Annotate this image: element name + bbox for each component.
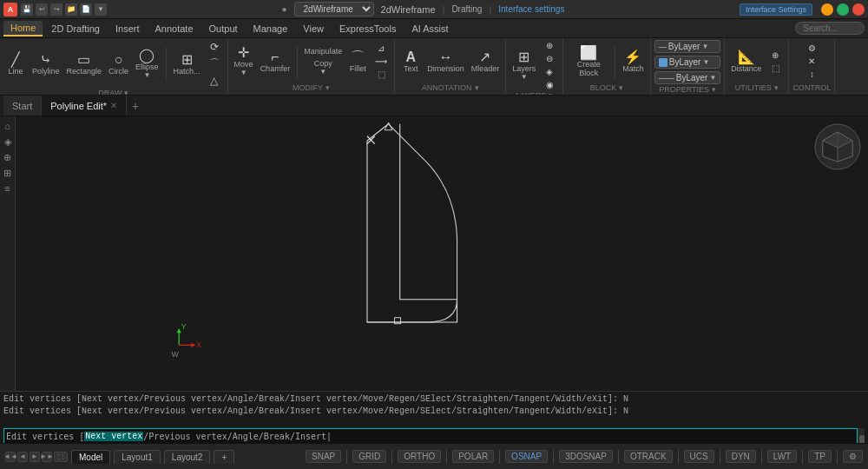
draw-label: DRAW ▾: [3, 88, 224, 96]
btn-mod-3[interactable]: ⬚: [372, 69, 391, 80]
maximize-btn[interactable]: [837, 3, 849, 16]
btn-util-2[interactable]: ⬚: [766, 63, 785, 74]
nav-expresstools[interactable]: ExpressTools: [332, 22, 403, 36]
btn-mleader[interactable]: ↗ Mleader: [469, 49, 503, 75]
canvas-area[interactable]: Y X W: [16, 116, 868, 391]
add-tab-btn[interactable]: +: [127, 97, 144, 115]
status-tp[interactable]: TP: [808, 450, 832, 463]
quick-access-undo[interactable]: ↩: [36, 3, 48, 16]
btn-layer-2[interactable]: ⊖: [540, 53, 559, 64]
sidebar-tool-1[interactable]: ◈: [2, 135, 14, 148]
nav-model[interactable]: ⬚: [54, 452, 68, 462]
btn-layer-1[interactable]: ⊕: [540, 40, 559, 51]
btn-create-block[interactable]: ⬜ CreateBlock: [567, 44, 610, 79]
status-polar[interactable]: POLAR: [452, 450, 494, 463]
sidebar-tool-2[interactable]: ⊕: [2, 151, 14, 163]
nav-aiassist[interactable]: AI Assist: [404, 22, 455, 36]
btn-layer-3[interactable]: ◈: [540, 66, 559, 77]
title-icons: 💾 ↩ ↪ 📁 📄 ▼: [21, 3, 107, 16]
nav-home[interactable]: Home: [3, 21, 43, 36]
status-dyn[interactable]: DYN: [726, 450, 756, 463]
status-otrack[interactable]: OTRACK: [624, 450, 673, 463]
color-dropdown[interactable]: ByLayer ▼: [654, 56, 721, 69]
btn-line[interactable]: ╱ Line: [3, 51, 28, 77]
btn-ellipse[interactable]: ◯ Ellipse ▼: [133, 47, 161, 81]
nav-last[interactable]: ►►: [42, 452, 52, 462]
quick-access-new[interactable]: 📄: [80, 3, 92, 16]
btn-mod-2[interactable]: ⟿: [372, 56, 391, 67]
status-3dosnap[interactable]: 3DOSNAP: [559, 450, 613, 463]
minimize-btn[interactable]: [821, 3, 833, 16]
nav-insert[interactable]: Insert: [108, 22, 147, 36]
btn-manipulate[interactable]: Manipulate: [302, 46, 344, 56]
nav-manage[interactable]: Manage: [247, 22, 295, 36]
sidebar-tool-3[interactable]: ⊞: [2, 167, 14, 179]
status-ortho[interactable]: ORTHO: [398, 450, 441, 463]
btn-ctrl-2[interactable]: ✕: [802, 56, 821, 67]
btn-layer-4[interactable]: ◉: [540, 79, 559, 90]
status-ucs[interactable]: UCS: [684, 450, 714, 463]
view-mode-select[interactable]: 2dWireframe: [294, 2, 374, 17]
btn-draw-3[interactable]: △: [205, 74, 224, 88]
sidebar-home-icon[interactable]: ⌂: [2, 120, 14, 132]
btn-rectangle[interactable]: ▭ Rectangle: [64, 51, 105, 77]
sidebar-tool-4[interactable]: ≡: [2, 182, 14, 195]
console-scrollbar[interactable]: [858, 428, 865, 443]
console-input-row[interactable]: Edit vertices [ Next vertex /Previous ve…: [3, 428, 858, 443]
modify-label: MODIFY ▾: [232, 83, 391, 93]
btn-util-1[interactable]: ⊕: [766, 50, 785, 61]
layer-dropdown[interactable]: ― ByLayer ▼: [654, 40, 721, 53]
btn-layers-panel[interactable]: ⊞ Layers ▼: [510, 49, 538, 83]
quick-access-redo[interactable]: ↪: [50, 3, 62, 16]
nav-output[interactable]: Output: [202, 22, 245, 36]
btn-dimension[interactable]: ↔ Dimension: [424, 49, 467, 75]
layout-1[interactable]: Layout1: [114, 450, 161, 464]
interface-settings-link[interactable]: Interface settings: [498, 4, 564, 14]
btn-polyline[interactable]: ⤷ Polyline: [30, 51, 62, 77]
btn-ctrl-1[interactable]: ⚙: [802, 43, 821, 54]
btn-mod-1[interactable]: ⊿: [372, 43, 391, 54]
sep-6: [618, 450, 619, 464]
nav-annotate[interactable]: Annotate: [148, 22, 201, 36]
lineweight-dropdown[interactable]: —— ByLayer ▼: [654, 71, 721, 84]
nav-prev[interactable]: ◄: [17, 452, 28, 462]
interface-btn[interactable]: Interface Settings: [740, 3, 812, 16]
btn-chamfer[interactable]: ⌐ Chamfer: [258, 49, 293, 75]
btn-match[interactable]: ⚡ Match: [620, 49, 647, 75]
btn-hatch[interactable]: ⊞ Hatch...: [171, 51, 203, 77]
status-osnap[interactable]: OSNAP: [505, 450, 548, 463]
btn-draw-1[interactable]: ⟳: [205, 40, 224, 54]
console-input-rest: /Previous vertex/Angle/Break/Insert: [143, 432, 326, 441]
nav-2ddrafting[interactable]: 2D Drafting: [44, 22, 107, 36]
btn-copy[interactable]: Copy ▼: [302, 58, 344, 76]
quick-access-save[interactable]: 💾: [21, 3, 33, 16]
nav-view[interactable]: View: [296, 22, 331, 36]
status-lwt[interactable]: LWT: [767, 450, 797, 463]
tab-polyline-edit[interactable]: Polyline Edit* ✕: [42, 96, 127, 116]
tab-start[interactable]: Start: [3, 96, 42, 116]
btn-circle[interactable]: ○ Circle: [106, 51, 131, 77]
layout-add[interactable]: +: [214, 450, 234, 464]
circle-icon: ○: [115, 53, 123, 67]
status-snap[interactable]: SNAP: [306, 450, 341, 463]
layers-inner: ⊞ Layers ▼ ⊕ ⊖ ◈ ◉: [510, 40, 559, 90]
status-grid[interactable]: GRID: [352, 450, 386, 463]
layout-model[interactable]: Model: [71, 450, 110, 464]
viewcube[interactable]: [814, 123, 861, 170]
quick-access-open[interactable]: 📁: [65, 3, 77, 16]
nav-first[interactable]: ◄◄: [5, 452, 16, 462]
status-gear[interactable]: ⚙: [843, 450, 863, 463]
btn-text[interactable]: A Text: [398, 49, 423, 75]
layout-2[interactable]: Layout2: [164, 450, 211, 464]
ribbon-search[interactable]: [795, 22, 865, 35]
btn-draw-2[interactable]: ⌒: [205, 56, 224, 72]
btn-fillet[interactable]: ⌒ Fillet: [345, 49, 370, 75]
ribbon-group-properties: ― ByLayer ▼ ByLayer ▼ —— ByLayer ▼: [651, 38, 726, 95]
btn-distance[interactable]: 📐 Distance: [728, 49, 764, 75]
tab-close-polyline[interactable]: ✕: [110, 101, 117, 110]
quick-access-more[interactable]: ▼: [95, 3, 107, 16]
btn-move[interactable]: ✛ Move ▼: [232, 44, 256, 78]
btn-ctrl-3[interactable]: ↕: [802, 69, 821, 80]
close-btn[interactable]: [852, 3, 865, 16]
nav-play[interactable]: ►: [30, 452, 40, 462]
